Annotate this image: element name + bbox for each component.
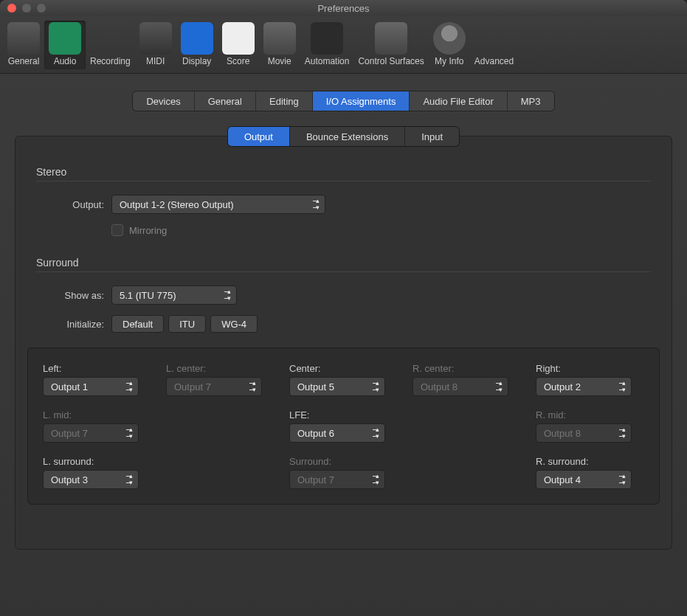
channel-left: Left:Output 1▴▾ bbox=[43, 363, 151, 396]
channel-center-popup[interactable]: Output 5▴▾ bbox=[289, 377, 385, 396]
toolbar-label: Control Surfaces bbox=[358, 56, 424, 66]
minimize-icon[interactable] bbox=[22, 4, 31, 13]
toolbar-item-recording[interactable]: Recording bbox=[86, 21, 135, 69]
channel-value: Output 2 bbox=[544, 381, 581, 392]
chevron-updown-icon: ▴▾ bbox=[129, 473, 133, 486]
show-as-label: Show as: bbox=[36, 290, 104, 301]
subtab-bounce-extensions[interactable]: Bounce Extensions bbox=[290, 127, 405, 146]
toolbar-item-audio[interactable]: Audio bbox=[44, 21, 86, 69]
chevron-updown-icon: ▴▾ bbox=[499, 380, 503, 393]
toolbar-label: My Info bbox=[435, 56, 463, 66]
close-icon[interactable] bbox=[7, 4, 16, 13]
channel-left-popup[interactable]: Output 1▴▾ bbox=[43, 377, 139, 396]
channel-label: Left: bbox=[43, 363, 151, 374]
toolbar-label: General bbox=[8, 56, 40, 66]
toolbar-label: Audio bbox=[54, 56, 77, 66]
channel-label: Surround: bbox=[289, 456, 398, 467]
chevron-updown-icon: ▴▾ bbox=[316, 198, 320, 211]
tab-editing[interactable]: Editing bbox=[256, 91, 313, 111]
tab-mp3[interactable]: MP3 bbox=[508, 91, 554, 111]
init-default-button[interactable]: Default bbox=[111, 315, 164, 333]
stereo-output-popup[interactable]: Output 1-2 (Stereo Output) ▴▾ bbox=[111, 195, 325, 214]
channel-label: R. mid: bbox=[536, 409, 644, 421]
zoom-icon[interactable] bbox=[37, 4, 46, 13]
channel-l-surround: L. surround:Output 3▴▾ bbox=[43, 456, 151, 489]
tab-i-o-assignments[interactable]: I/O Assignments bbox=[313, 91, 410, 111]
toolbar-label: Advanced bbox=[474, 56, 514, 66]
chevron-updown-icon: ▴▾ bbox=[252, 380, 256, 393]
channel-label: R. surround: bbox=[536, 456, 644, 467]
io-panel: OutputBounce ExtensionsInput Stereo Outp… bbox=[15, 136, 672, 550]
chevron-updown-icon: ▴▾ bbox=[129, 426, 133, 440]
channel-value: Output 8 bbox=[544, 428, 581, 439]
toolbar-item-myinfo[interactable]: My Info bbox=[429, 21, 470, 69]
channel-l-center-popup: Output 7▴▾ bbox=[166, 377, 262, 396]
channel-right-popup[interactable]: Output 2▴▾ bbox=[536, 377, 632, 396]
initialize-label: Initialize: bbox=[36, 319, 104, 330]
titlebar: Preferences bbox=[0, 0, 687, 16]
channel-label: Center: bbox=[289, 363, 398, 374]
toolbar-item-automation[interactable]: Automation bbox=[300, 21, 354, 69]
toolbar-item-score[interactable]: Score bbox=[218, 21, 259, 69]
toolbar-label: Display bbox=[182, 56, 211, 66]
primary-tabbar: DevicesGeneralEditingI/O AssignmentsAudi… bbox=[15, 91, 672, 111]
content: DevicesGeneralEditingI/O AssignmentsAudi… bbox=[0, 91, 687, 564]
channel-value: Output 4 bbox=[544, 474, 581, 485]
tab-audio-file-editor[interactable]: Audio File Editor bbox=[410, 91, 507, 111]
subtab-input[interactable]: Input bbox=[405, 127, 459, 146]
channel-value: Output 3 bbox=[51, 474, 88, 485]
init-itu-button[interactable]: ITU bbox=[168, 315, 206, 333]
channel-value: Output 6 bbox=[297, 428, 334, 439]
display-icon bbox=[181, 22, 213, 55]
channel-label: L. mid: bbox=[43, 409, 151, 421]
surround-output-grid: Left:Output 1▴▾L. center:Output 7▴▾Cente… bbox=[27, 347, 660, 505]
channel-center: Center:Output 5▴▾ bbox=[289, 363, 398, 396]
surround-section: Surround Show as: 5.1 (ITU 775) ▴▾ Initi… bbox=[15, 246, 672, 333]
secondary-tabbar: OutputBounce ExtensionsInput bbox=[15, 127, 672, 146]
init-wg-4-button[interactable]: WG-4 bbox=[210, 315, 258, 333]
tab-devices[interactable]: Devices bbox=[133, 91, 194, 111]
channel-label: L. surround: bbox=[43, 456, 151, 467]
channel-r-surround: R. surround:Output 4▴▾ bbox=[536, 456, 644, 489]
score-icon bbox=[222, 22, 255, 55]
toolbar-item-general[interactable]: General bbox=[3, 21, 44, 69]
channel-value: Output 8 bbox=[421, 381, 458, 392]
chevron-updown-icon: ▴▾ bbox=[622, 473, 626, 486]
toolbar-label: MIDI bbox=[146, 56, 165, 66]
window-title: Preferences bbox=[317, 3, 369, 14]
chevron-updown-icon: ▴▾ bbox=[622, 380, 626, 393]
chevron-updown-icon: ▴▾ bbox=[376, 473, 379, 486]
channel-right: Right:Output 2▴▾ bbox=[536, 363, 644, 396]
movie-icon bbox=[263, 22, 296, 55]
stereo-heading: Stereo bbox=[36, 166, 651, 181]
chevron-updown-icon: ▴▾ bbox=[376, 426, 379, 440]
chevron-updown-icon: ▴▾ bbox=[622, 426, 626, 440]
mirroring-label: Mirroring bbox=[129, 225, 167, 236]
channel-value: Output 1 bbox=[51, 381, 88, 392]
channel-value: Output 7 bbox=[51, 428, 88, 439]
tab-general[interactable]: General bbox=[195, 91, 256, 111]
toolbar-label: Recording bbox=[90, 56, 131, 66]
audio-icon bbox=[49, 22, 81, 55]
channel-l-surround-popup[interactable]: Output 3▴▾ bbox=[43, 470, 139, 489]
channel-value: Output 7 bbox=[174, 381, 211, 392]
myinfo-icon bbox=[433, 22, 466, 55]
stereo-section: Stereo Output: Output 1-2 (Stereo Output… bbox=[15, 156, 672, 236]
channel-l-mid-popup: Output 7▴▾ bbox=[43, 423, 139, 443]
toolbar-item-midi[interactable]: MIDI bbox=[135, 21, 176, 69]
subtab-output[interactable]: Output bbox=[228, 127, 290, 146]
channel-surround: Surround:Output 7▴▾ bbox=[289, 456, 398, 489]
channel-lfe-popup[interactable]: Output 6▴▾ bbox=[289, 423, 385, 443]
show-as-popup[interactable]: 5.1 (ITU 775) ▴▾ bbox=[111, 285, 237, 305]
channel-value: Output 5 bbox=[297, 381, 334, 392]
toolbar-item-display[interactable]: Display bbox=[176, 21, 218, 69]
toolbar-item-advanced[interactable]: Advanced bbox=[470, 21, 518, 69]
automation-icon bbox=[311, 22, 343, 55]
surround-heading: Surround bbox=[36, 257, 651, 272]
chevron-updown-icon: ▴▾ bbox=[227, 288, 231, 302]
controlsurfaces-icon bbox=[375, 22, 407, 55]
toolbar-item-controlsurfaces[interactable]: Control Surfaces bbox=[353, 21, 428, 69]
channel-r-surround-popup[interactable]: Output 4▴▾ bbox=[536, 470, 632, 489]
toolbar-item-movie[interactable]: Movie bbox=[259, 21, 300, 69]
toolbar-label: Score bbox=[227, 56, 249, 66]
